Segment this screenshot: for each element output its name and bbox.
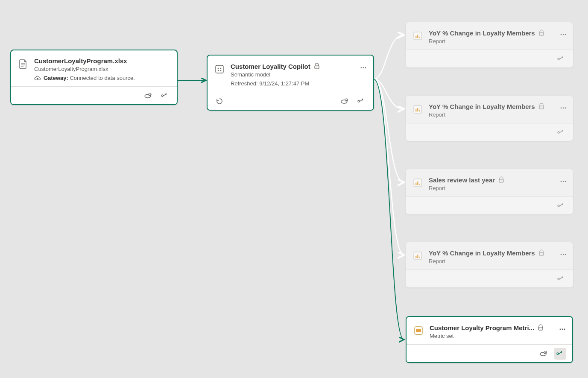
node-subtitle: Semantic model	[231, 71, 367, 78]
report-icon	[412, 250, 424, 262]
svg-point-11	[358, 100, 360, 102]
svg-point-2	[161, 95, 163, 97]
node-title: Customer Loyalty Program Metri...	[430, 324, 534, 331]
svg-rect-31	[415, 256, 417, 258]
node-subtitle: Report	[429, 185, 567, 191]
node-title: YoY % Change in Loyalty Members	[429, 29, 535, 37]
node-report[interactable]: YoY % Change in Loyalty Members Report …	[406, 96, 573, 141]
svg-point-6	[218, 70, 219, 71]
semantic-model-icon	[214, 63, 225, 75]
svg-rect-13	[415, 36, 417, 38]
node-metric-set[interactable]: Customer Loyalty Program Metri... Metric…	[406, 316, 573, 363]
svg-point-4	[218, 68, 219, 69]
more-options-button[interactable]: …	[558, 248, 569, 258]
svg-rect-33	[419, 257, 420, 258]
svg-rect-38	[538, 327, 543, 330]
svg-rect-37	[416, 329, 421, 332]
node-source-file[interactable]: CustomerLoyaltyProgram.xlsx CustomerLoya…	[10, 50, 178, 105]
sensitivity-lock-icon	[538, 103, 545, 110]
report-icon	[412, 30, 424, 42]
lineage-expand-button[interactable]	[555, 273, 567, 285]
node-title: CustomerLoyaltyProgram.xlsx	[34, 57, 127, 64]
file-icon	[17, 58, 29, 70]
svg-point-7	[220, 70, 222, 71]
impact-analysis-button[interactable]	[537, 348, 549, 360]
node-report[interactable]: YoY % Change in Loyalty Members Report …	[406, 22, 573, 67]
sensitivity-lock-icon	[313, 62, 321, 70]
node-subtitle: Report	[429, 111, 567, 118]
svg-rect-32	[417, 255, 418, 258]
svg-rect-28	[499, 179, 503, 182]
lineage-expand-button[interactable]	[554, 348, 566, 360]
sensitivity-lock-icon	[537, 324, 544, 331]
node-title: YoY % Change in Loyalty Members	[429, 103, 535, 110]
sensitivity-lock-icon	[497, 176, 505, 184]
svg-point-41	[557, 353, 559, 355]
node-subtitle: Report	[429, 258, 567, 264]
node-subtitle: CustomerLoyaltyProgram.xlsx	[34, 66, 171, 72]
svg-rect-21	[419, 110, 420, 111]
more-options-button[interactable]: …	[358, 62, 369, 71]
node-report[interactable]: Sales review last year Report …	[406, 169, 573, 214]
svg-rect-14	[417, 35, 418, 38]
more-options-button[interactable]: …	[558, 28, 569, 38]
report-icon	[412, 177, 424, 189]
svg-point-17	[558, 58, 559, 60]
svg-rect-22	[539, 106, 544, 109]
lineage-expand-button[interactable]	[355, 95, 367, 107]
node-report[interactable]: YoY % Change in Loyalty Members Report …	[406, 242, 573, 287]
sensitivity-lock-icon	[538, 249, 545, 257]
node-title: YoY % Change in Loyalty Members	[429, 249, 535, 257]
svg-rect-16	[539, 32, 544, 35]
report-icon	[412, 103, 424, 115]
node-subtitle: Metric set	[430, 333, 566, 339]
impact-analysis-button[interactable]	[338, 95, 350, 107]
svg-rect-25	[415, 183, 417, 185]
node-title: Customer Loyality Copilot	[231, 63, 310, 70]
lineage-canvas[interactable]: CustomerLoyaltyProgram.xlsx CustomerLoya…	[0, 0, 588, 378]
svg-rect-15	[419, 37, 420, 38]
impact-analysis-button[interactable]	[142, 90, 154, 102]
lineage-expand-button[interactable]	[159, 90, 171, 102]
svg-rect-27	[419, 184, 420, 185]
more-options-button[interactable]: …	[557, 323, 568, 332]
lineage-expand-button[interactable]	[555, 53, 567, 65]
refresh-button[interactable]	[214, 95, 225, 107]
svg-rect-34	[539, 252, 544, 255]
more-options-button[interactable]: …	[558, 102, 569, 111]
cloud-icon	[34, 75, 41, 81]
node-semantic-model[interactable]: Customer Loyality Copilot Semantic model…	[207, 55, 374, 111]
refreshed-timestamp: Refreshed: 9/12/24, 1:27:47 PM	[231, 80, 367, 87]
metric-set-icon	[412, 325, 424, 337]
node-title: Sales review last year	[429, 176, 495, 184]
lineage-expand-button[interactable]	[555, 200, 567, 212]
svg-point-5	[220, 68, 222, 69]
lineage-expand-button[interactable]	[555, 126, 567, 138]
node-subtitle: Report	[429, 38, 567, 44]
sensitivity-lock-icon	[538, 29, 545, 37]
svg-rect-3	[216, 65, 223, 73]
svg-rect-20	[417, 108, 418, 111]
svg-point-23	[558, 132, 559, 133]
gateway-status: Gateway: Connected to data source.	[34, 75, 171, 81]
svg-rect-8	[315, 66, 319, 69]
svg-point-29	[558, 205, 559, 207]
svg-rect-26	[417, 182, 418, 185]
more-options-button[interactable]: …	[558, 175, 569, 185]
svg-point-35	[558, 278, 559, 280]
svg-rect-19	[415, 109, 417, 111]
